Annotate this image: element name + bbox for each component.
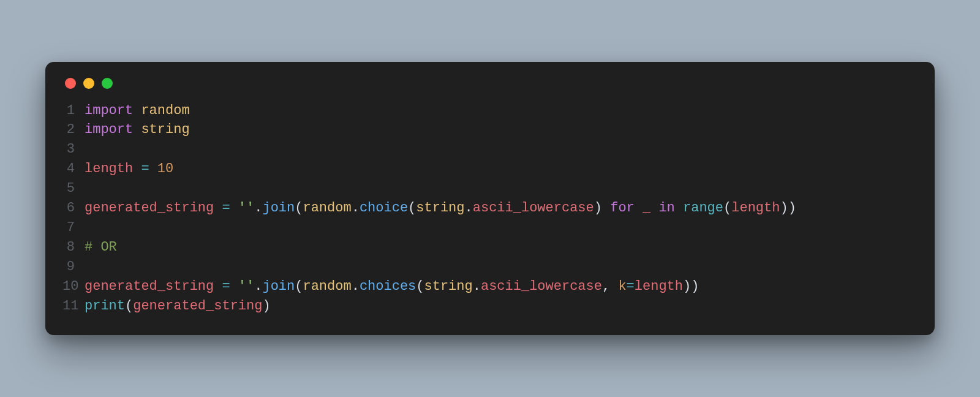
code-token: k <box>618 279 626 294</box>
code-editor[interactable]: 1import random2import string34length = 1… <box>62 101 918 316</box>
code-line[interactable]: 9 <box>62 257 918 277</box>
line-number: 8 <box>62 238 85 257</box>
code-token: ) <box>262 298 270 314</box>
code-token: import <box>85 122 141 137</box>
line-content[interactable]: import string <box>85 120 918 140</box>
code-token: import <box>85 103 141 118</box>
code-token: , <box>602 279 618 294</box>
line-content[interactable]: generated_string = ''.join(random.choice… <box>85 198 918 218</box>
line-number: 1 <box>62 101 85 121</box>
code-line[interactable]: 7 <box>62 218 918 238</box>
code-line[interactable]: 8# OR <box>62 238 918 257</box>
code-line[interactable]: 5 <box>62 179 918 198</box>
code-token: = <box>214 279 238 294</box>
close-icon[interactable] <box>65 78 76 89</box>
code-line[interactable]: 11print(generated_string) <box>62 297 918 316</box>
code-token: generated_string <box>133 298 262 314</box>
code-token: generated_string <box>85 200 214 216</box>
code-line[interactable]: 4length = 10 <box>62 159 918 179</box>
line-number: 11 <box>62 297 85 316</box>
code-token: choices <box>360 279 416 294</box>
line-number: 6 <box>62 198 85 218</box>
line-content[interactable] <box>85 140 918 159</box>
code-token: = <box>133 161 157 176</box>
code-line[interactable]: 10generated_string = ''.join(random.choi… <box>62 277 918 297</box>
code-token: . <box>465 200 473 216</box>
code-token: ( <box>295 279 303 294</box>
code-token: random <box>141 103 189 118</box>
minimize-icon[interactable] <box>83 78 94 89</box>
zoom-icon[interactable] <box>102 78 113 89</box>
line-content[interactable]: # OR <box>85 238 918 257</box>
code-token: choice <box>360 200 408 216</box>
code-token: length <box>731 200 780 216</box>
code-token: ) <box>683 279 691 294</box>
line-content[interactable]: print(generated_string) <box>85 297 918 316</box>
code-token: random <box>303 279 351 294</box>
code-token: . <box>254 200 262 216</box>
code-token: = <box>214 200 238 216</box>
code-token: . <box>352 200 360 216</box>
code-token: _ <box>643 200 650 216</box>
code-token: = <box>627 279 635 294</box>
code-token: ( <box>125 298 133 314</box>
line-content[interactable] <box>85 257 918 277</box>
code-token: string <box>141 122 189 137</box>
line-content[interactable] <box>85 179 918 198</box>
code-token: ( <box>408 200 416 216</box>
line-content[interactable]: length = 10 <box>85 159 918 179</box>
code-line[interactable]: 2import string <box>62 120 918 140</box>
code-token: ) <box>780 200 788 216</box>
line-content[interactable]: generated_string = ''.join(random.choice… <box>85 277 918 297</box>
code-token: range <box>683 200 723 216</box>
code-token: '' <box>238 200 254 216</box>
line-number: 7 <box>62 218 85 238</box>
code-line[interactable]: 3 <box>62 140 918 159</box>
code-token: ( <box>416 279 424 294</box>
code-token: random <box>303 200 351 216</box>
code-token: ) <box>788 200 796 216</box>
code-token: length <box>85 161 133 176</box>
code-token: ) <box>691 279 699 294</box>
code-token: . <box>352 279 360 294</box>
code-token: ascii_lowercase <box>473 200 594 216</box>
line-number: 4 <box>62 159 85 179</box>
line-content[interactable]: import random <box>85 101 918 121</box>
code-token: generated_string <box>85 279 214 294</box>
line-number: 9 <box>62 257 85 277</box>
code-token: in <box>650 200 683 216</box>
code-token: print <box>85 298 125 314</box>
code-token: . <box>473 279 481 294</box>
code-token: # OR <box>85 240 117 255</box>
code-line[interactable]: 1import random <box>62 101 918 121</box>
code-token: '' <box>238 279 254 294</box>
code-token: for <box>602 200 643 216</box>
code-token: length <box>635 279 683 294</box>
line-number: 3 <box>62 140 85 159</box>
window-controls <box>62 75 918 101</box>
code-token: ( <box>295 200 303 216</box>
code-token: ascii_lowercase <box>481 279 602 294</box>
code-token: . <box>254 279 262 294</box>
line-number: 2 <box>62 120 85 140</box>
line-number: 5 <box>62 179 85 198</box>
line-number: 10 <box>62 277 85 297</box>
code-token: ) <box>594 200 602 216</box>
code-window: 1import random2import string34length = 1… <box>45 62 935 336</box>
code-token: join <box>262 200 295 216</box>
code-line[interactable]: 6generated_string = ''.join(random.choic… <box>62 198 918 218</box>
code-token: ( <box>723 200 731 216</box>
code-token: join <box>262 279 295 294</box>
code-token: string <box>424 279 473 294</box>
code-token: 10 <box>157 161 173 176</box>
line-content[interactable] <box>85 218 918 238</box>
code-token: string <box>416 200 464 216</box>
